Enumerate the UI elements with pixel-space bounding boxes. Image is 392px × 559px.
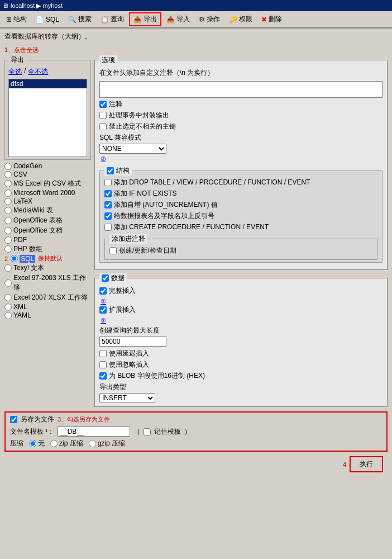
step4-label: 4 [343, 461, 346, 468]
file-template-input[interactable] [58, 427, 130, 437]
format-radio-sql[interactable] [11, 255, 18, 262]
transaction-checkbox[interactable] [99, 112, 107, 119]
toolbar-structure[interactable]: ⊞ 结构 [2, 13, 31, 26]
options-fieldset: 选项 在文件头添加自定义注释（\n 为换行） 注释 处理事务中封装输出 禁止选定… [94, 55, 388, 270]
format-radio-excel2007[interactable] [4, 294, 12, 301]
format-latex: LaTeX [4, 197, 91, 205]
save-file-row: 另存为文件 3、勾选另存为文件 [10, 415, 382, 424]
titlebar: 🖥 localhost ▶ myhost [0, 0, 392, 11]
format-radio-pdf[interactable] [4, 236, 12, 244]
format-radio-php[interactable] [4, 245, 12, 253]
toolbar-permission[interactable]: 🔑 权限 [225, 13, 256, 26]
step3-label: 3、勾选另存为文件 [58, 415, 110, 424]
ignore-insert-checkbox[interactable] [99, 361, 107, 368]
format-msexcel: MS Excel 的 CSV 格式 [4, 179, 91, 188]
format-mediawiki: MediaWiki 表 [4, 206, 91, 215]
execute-button[interactable]: 执行 [350, 456, 383, 472]
format-radio-codegen[interactable] [4, 163, 12, 170]
main-content: 查看数据库的转存（大纲）。 1、点击全选 导出 全选 / 全不选 dfsd [0, 29, 392, 478]
complete-insert-checkbox[interactable] [99, 287, 107, 295]
operation-icon: ⚙ [199, 16, 205, 23]
add-comment-legend: 添加进注释 [109, 234, 147, 244]
delayed-insert-checkbox[interactable] [99, 350, 107, 357]
toolbar-import[interactable]: 📥 导入 [162, 13, 194, 26]
bottom-bar: 另存为文件 3、勾选另存为文件 文件名模板 ¹： （ 记住模板 ） 压缩 无 z… [4, 411, 388, 452]
toolbar: ⊞ 结构 📄 SQL 🔍 搜索 📋 查询 📤 导出 📥 导入 ⚙ 操作 🔑 权限… [0, 11, 392, 29]
help-link[interactable]: ② [101, 155, 106, 162]
format-radio-xml[interactable] [4, 304, 12, 311]
format-radio-mediawiki[interactable] [4, 207, 12, 214]
create-procedure-checkbox[interactable] [104, 224, 112, 231]
transaction-checkbox-row: 处理事务中封装输出 [99, 111, 383, 120]
data-fieldset: 数据 完整插入 ② 扩展插入 ② 创建查询的最大长度 使用延迟插入 [94, 273, 388, 407]
toolbar-operation[interactable]: ⚙ 操作 [195, 13, 224, 26]
format-radio-msexcel[interactable] [4, 180, 12, 187]
comment-checkbox-row: 注释 [99, 100, 383, 109]
compress-gzip-radio[interactable] [89, 440, 96, 447]
titlebar-icon: 🖥 [2, 2, 8, 9]
toolbar-sql[interactable]: 📄 SQL [32, 14, 63, 25]
titlebar-text: localhost ▶ myhost [11, 2, 63, 10]
import-icon: 📥 [166, 16, 175, 23]
query-icon: 📋 [101, 16, 109, 23]
structure-legend: 结构 [104, 166, 132, 176]
structure-icon: ⊞ [6, 16, 12, 23]
data-help-link1[interactable]: ② [101, 298, 106, 305]
format-radio-texy[interactable] [4, 264, 12, 272]
structure-checkbox[interactable] [107, 167, 114, 174]
list-item[interactable]: dfsd [9, 79, 87, 88]
format-radio-csv[interactable] [4, 171, 12, 178]
format-radio-ooo-table[interactable] [4, 217, 12, 224]
file-template-label: 文件名模板 ¹： [10, 427, 54, 437]
table-listbox[interactable]: dfsd [8, 79, 87, 157]
export-type-select[interactable]: INSERT UPDATE REPLACE [99, 393, 155, 403]
max-length-input[interactable] [99, 337, 166, 347]
hex-blob-checkbox[interactable] [99, 372, 107, 380]
compress-gzip: gzip 压缩 [89, 439, 125, 448]
options-legend: 选项 [99, 55, 117, 65]
toolbar-search[interactable]: 🔍 搜索 [64, 13, 95, 26]
export-fieldset: 导出 全选 / 全不选 dfsd [4, 55, 91, 160]
toolbar-export[interactable]: 📤 导出 [129, 12, 161, 26]
sql-compat-select[interactable]: NONE ANSI DB2 MAXDB MYSQL323 MYSQL40 MSS… [99, 144, 166, 154]
auto-increment-checkbox[interactable] [104, 201, 112, 209]
toolbar-query[interactable]: 📋 查询 [97, 13, 128, 26]
compress-zip-radio[interactable] [50, 440, 58, 447]
remember-template-checkbox[interactable] [144, 428, 151, 435]
date-checkbox[interactable] [109, 247, 117, 254]
select-links: 全选 / 全不选 [8, 67, 87, 77]
comment-checkbox[interactable] [99, 101, 107, 108]
format-radio-ooo-doc[interactable] [4, 227, 12, 234]
if-not-exists-checkbox[interactable] [104, 190, 112, 197]
extended-insert-checkbox[interactable] [99, 306, 107, 314]
sql-compat-label: SQL 兼容模式 [99, 133, 383, 143]
format-radio-excel97[interactable] [4, 280, 12, 287]
format-codegen: CodeGen [4, 162, 91, 170]
drop-table-checkbox[interactable] [104, 179, 112, 186]
search-icon: 🔍 [68, 16, 77, 23]
step1-label: 1、点击全选 [4, 46, 39, 54]
format-word2000: Microsoft Word 2000 [4, 189, 91, 197]
structure-fieldset: 结构 添加 DROP TABLE / VIEW / PROCEDURE / FU… [99, 166, 383, 263]
execute-area: 4 执行 [4, 454, 388, 475]
data-help-link2[interactable]: ② [101, 317, 106, 324]
format-excel2007: Excel 2007 XLSX 工作簿 [4, 293, 91, 302]
export-type-label: 导出类型 [99, 382, 383, 392]
data-checkbox[interactable] [102, 274, 109, 282]
save-file-checkbox[interactable] [10, 416, 17, 423]
deselect-all-btn[interactable]: 全不选 [28, 67, 48, 77]
sql-compat-select-row: NONE ANSI DB2 MAXDB MYSQL323 MYSQL40 MSS… [99, 144, 383, 154]
foreign-key-checkbox[interactable] [99, 123, 107, 130]
custom-comment-input[interactable] [99, 81, 383, 98]
backtick-checkbox[interactable] [104, 212, 112, 220]
select-all-btn[interactable]: 全选 [8, 67, 22, 77]
file-template-row: 文件名模板 ¹： （ 记住模板 ） [10, 427, 382, 437]
format-radio-word2000[interactable] [4, 190, 12, 197]
page-desc: 查看数据库的转存（大纲）。 [4, 32, 388, 41]
add-comment-fieldset: 添加进注释 创建/更新/检查日期 [104, 234, 377, 260]
format-texy: Texy! 文本 [4, 263, 91, 273]
toolbar-delete[interactable]: ✖ 删除 [257, 13, 286, 26]
format-radio-latex[interactable] [4, 198, 12, 205]
compress-none-radio[interactable] [29, 440, 36, 447]
format-radio-yaml[interactable] [4, 312, 12, 319]
